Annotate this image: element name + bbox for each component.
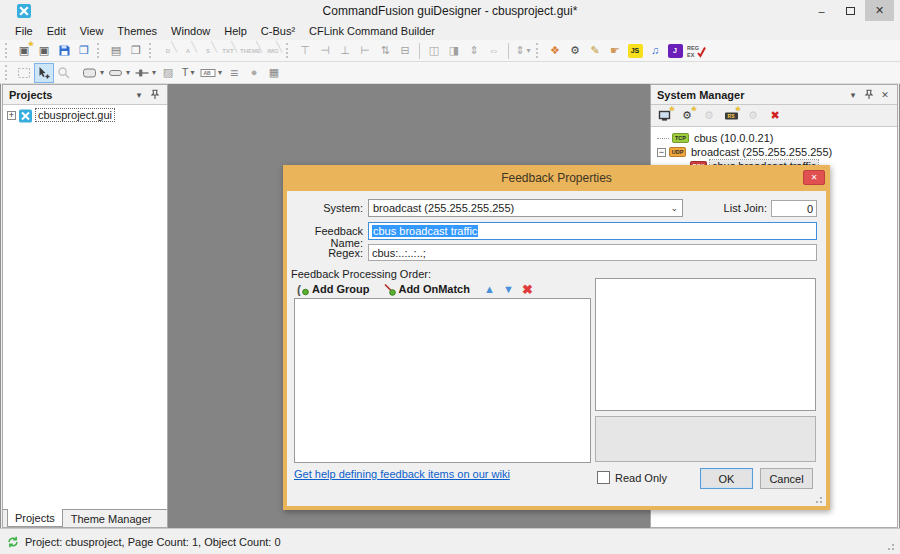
pill-button-tool-icon[interactable]: ▾ — [106, 63, 132, 83]
slider-tool-icon[interactable]: ▾ — [132, 63, 158, 83]
system-select-value: broadcast (255.255.255.255) — [373, 202, 514, 214]
regex-input[interactable]: cbus:..:..:..; — [368, 244, 817, 261]
save-all-icon[interactable]: ❐ — [74, 41, 94, 61]
pencil-slash-icon: ╲ — [231, 41, 237, 52]
dropdown-arrow-icon[interactable]: ▾ — [527, 46, 531, 55]
dropdown-arrow-icon[interactable]: ▾ — [190, 68, 194, 77]
image-tool-icon[interactable]: ▨ — [158, 63, 178, 83]
edit-feedback-icon: ⚙ — [743, 106, 763, 126]
add-device-icon[interactable]: ⚙★ — [677, 106, 697, 126]
anchor-icon: ⇅ — [375, 41, 395, 61]
simulator-icon[interactable]: ☛ — [605, 41, 625, 61]
pointer-tool-icon[interactable] — [34, 63, 54, 83]
protocol-badge-icon: UDP — [669, 147, 686, 157]
maximize-button[interactable] — [836, 0, 865, 21]
processing-order-list[interactable] — [294, 298, 591, 463]
toolbar-grip — [97, 43, 102, 58]
open-project-icon[interactable]: ▣ — [34, 41, 54, 61]
menu-item-window[interactable]: Window — [164, 23, 217, 39]
resize-grip-icon[interactable] — [887, 541, 897, 551]
sound-manager-icon[interactable]: ♫ — [645, 41, 665, 61]
input-tool-icon[interactable]: AB▾ — [198, 63, 224, 83]
system-manager-title: System Manager — [657, 89, 845, 101]
minimize-button[interactable]: – — [807, 0, 836, 21]
pin-icon[interactable] — [861, 87, 877, 103]
center-vertical-icon: ◨ — [444, 41, 464, 61]
delete-system-icon[interactable]: ✖ — [765, 106, 785, 126]
move-down-icon[interactable]: ▼ — [501, 282, 516, 296]
list-tool-icon[interactable]: ≡ — [224, 63, 244, 83]
menu-item-file[interactable]: File — [8, 23, 40, 39]
menu-item-themes[interactable]: Themes — [110, 23, 164, 39]
panel-menu-icon[interactable]: ▾ — [845, 87, 861, 103]
dialog-resize-grip-icon[interactable] — [815, 495, 824, 504]
status-text: Project: cbusproject, Page Count: 1, Obj… — [25, 536, 281, 548]
menu-item-view[interactable]: View — [73, 23, 111, 39]
device-settings-icon: ⚙ — [699, 106, 719, 126]
tab-theme-manager[interactable]: Theme Manager — [63, 510, 160, 527]
tree-expand-toggle[interactable]: − — [657, 148, 666, 157]
dropdown-arrow-icon[interactable]: ▾ — [218, 68, 222, 77]
menu-item-edit[interactable]: Edit — [40, 23, 73, 39]
new-project-icon[interactable]: ▣★ — [14, 41, 34, 61]
ok-button[interactable]: OK — [700, 468, 753, 489]
tree-expand-toggle[interactable]: + — [7, 111, 16, 120]
toolbar-separator — [419, 43, 420, 59]
add-onmatch-button[interactable]: Add OnMatch — [381, 282, 470, 296]
gauge-tool-icon[interactable]: ● — [244, 63, 264, 83]
feedback-name-input[interactable]: cbus broadcast traffic — [368, 222, 817, 240]
panel-menu-icon[interactable]: ▾ — [131, 87, 147, 103]
processing-order-toolbar: ( Add Group Add OnMatch ▲ ▼ ✖ — [295, 282, 535, 296]
regex-tester-icon[interactable]: REGEX — [685, 41, 708, 61]
system-manager-icon: S╲ — [198, 41, 218, 61]
new-star-overlay-icon: ★ — [735, 105, 741, 113]
cancel-button[interactable]: Cancel — [760, 468, 813, 489]
project-settings-icon[interactable]: ⚙ — [565, 41, 585, 61]
dropdown-arrow-icon[interactable]: ▾ — [126, 68, 130, 77]
javascript-manager-icon[interactable]: JS — [625, 41, 645, 61]
menu-item-c-bus[interactable]: C-Bus² — [254, 23, 302, 39]
move-up-icon[interactable]: ▲ — [482, 282, 497, 296]
delete-item-icon[interactable]: ✖ — [520, 282, 535, 296]
read-only-label: Read Only — [615, 472, 667, 484]
theme-designer-icon[interactable]: ❖ — [545, 41, 565, 61]
add-feedback-icon[interactable]: RS★ — [721, 106, 741, 126]
dropdown-arrow-icon[interactable]: ▾ — [100, 68, 104, 77]
text-tool-icon[interactable]: T▾ — [178, 63, 198, 83]
window-controls: – ✕ — [807, 0, 894, 22]
feedback-name-value: cbus broadcast traffic — [372, 225, 478, 237]
menu-item-help[interactable]: Help — [217, 23, 254, 39]
tools-toolbar: ▾▾▾▨T▾AB▾≡●▦ — [0, 62, 900, 84]
dialog-title-bar: Feedback Properties ✕ — [283, 165, 830, 191]
join-flags-icon[interactable]: J — [665, 41, 685, 61]
tree-item-project[interactable]: + cbusproject.gui — [3, 105, 167, 124]
new-page-icon[interactable]: ▤ — [106, 41, 126, 61]
system-manager-header: System Manager ▾ ✕ — [651, 85, 897, 105]
duplicate-page-icon[interactable]: ❐ — [126, 41, 146, 61]
new-star-overlay-icon: ★ — [691, 105, 697, 113]
add-group-button[interactable]: ( Add Group — [295, 282, 369, 296]
save-icon[interactable] — [54, 41, 74, 61]
close-button[interactable]: ✕ — [865, 0, 894, 21]
tab-projects[interactable]: Projects — [7, 509, 63, 527]
tree-item[interactable]: TCPcbus (10.0.0.21) — [651, 131, 897, 145]
dropdown-arrow-icon[interactable]: ▾ — [152, 68, 156, 77]
regex-value: cbus:..:..:..; — [372, 247, 426, 259]
button-tool-icon[interactable]: ▾ — [80, 63, 106, 83]
read-only-checkbox[interactable] — [597, 471, 610, 484]
pagination-tool-icon[interactable]: ▦ — [264, 63, 284, 83]
detail-list[interactable] — [595, 278, 816, 411]
list-join-input[interactable]: 0 — [771, 200, 817, 217]
menu-item-cflink-command-builder[interactable]: CFLink Command Builder — [302, 23, 442, 39]
panel-close-icon[interactable]: ✕ — [877, 87, 893, 103]
marquee-select-icon — [14, 63, 34, 83]
system-select[interactable]: broadcast (255.255.255.255) ⌄ — [368, 199, 683, 217]
add-group-icon: ( — [295, 282, 310, 296]
wiki-help-link[interactable]: Get help defining feedback items on our … — [294, 468, 510, 480]
dialog-close-button[interactable]: ✕ — [803, 170, 825, 185]
main-toolbar: ▣★▣❐▤❐D╲A╲S╲TXT╲THEME╲IMG╲⊤⊣⊥⊢⇅⊟◫◨⇕⇔⇕▾❖⚙… — [0, 40, 900, 62]
tree-item[interactable]: −UDPbroadcast (255.255.255.255) — [651, 145, 897, 159]
add-system-icon[interactable]: ★ — [655, 106, 675, 126]
join-manager-icon[interactable]: ✎ — [585, 41, 605, 61]
pin-icon[interactable] — [147, 87, 163, 103]
